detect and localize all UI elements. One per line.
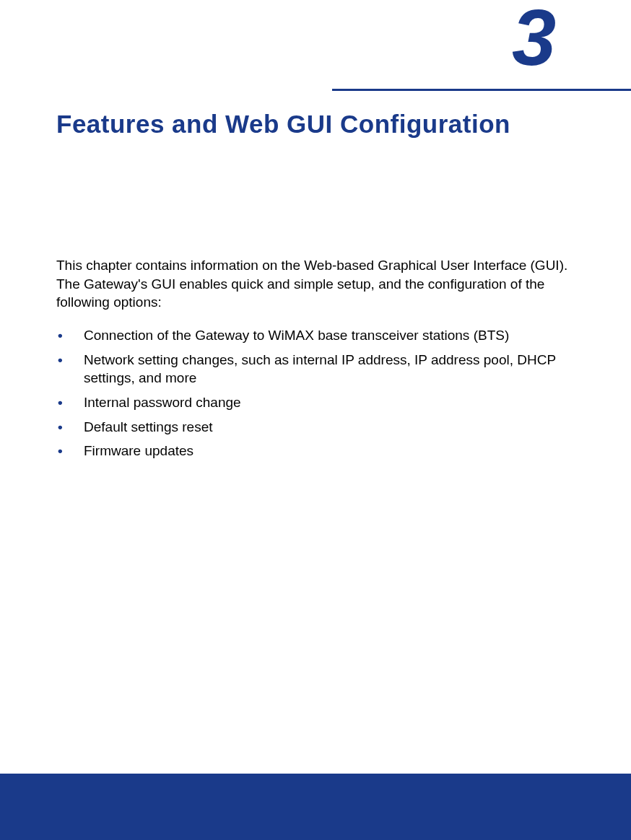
options-list: Connection of the Gateway to WiMAX base … bbox=[56, 326, 575, 466]
list-item: Firmware updates bbox=[56, 442, 575, 460]
document-page: 3 Features and Web GUI Configuration Thi… bbox=[0, 0, 631, 840]
list-item: Connection of the Gateway to WiMAX base … bbox=[56, 326, 575, 345]
list-item: Default settings reset bbox=[56, 418, 575, 437]
chapter-number: 3 bbox=[512, 0, 552, 82]
chapter-title: Features and Web GUI Configuration bbox=[56, 108, 575, 140]
list-item: Internal password change bbox=[56, 393, 575, 412]
footer-bar bbox=[0, 774, 631, 840]
chapter-number-container: 3 bbox=[512, 0, 580, 72]
intro-paragraph: This chapter contains information on the… bbox=[56, 256, 575, 312]
header-rule bbox=[332, 89, 631, 91]
list-item: Network setting changes, such as interna… bbox=[56, 351, 575, 388]
